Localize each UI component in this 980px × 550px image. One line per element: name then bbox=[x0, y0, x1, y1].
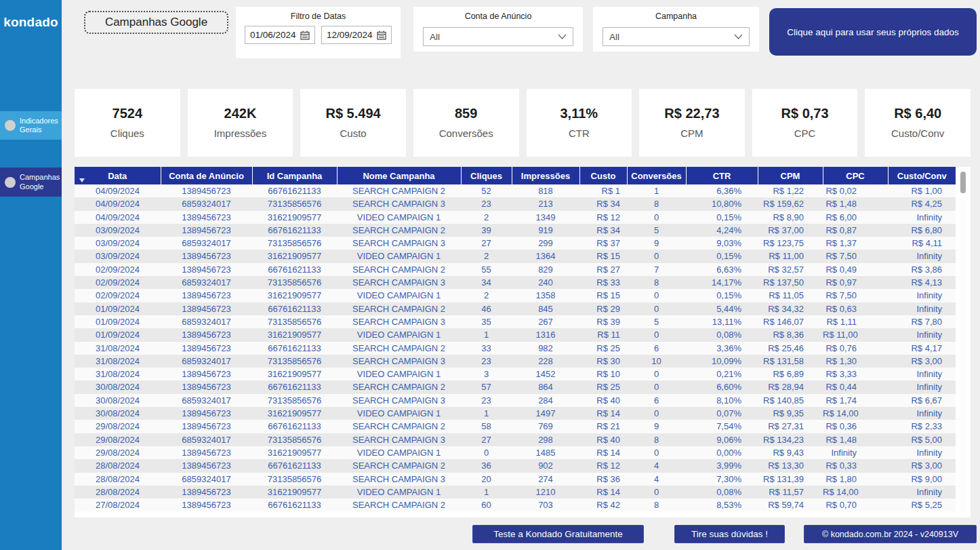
column-header-cpc[interactable]: CPC bbox=[823, 167, 888, 184]
table-cell: 28/08/2024 bbox=[75, 486, 161, 498]
column-header-impress-es[interactable]: Impressões bbox=[512, 167, 579, 184]
table-cell: 73135856576 bbox=[252, 315, 337, 328]
sidebar-item-label: Indicadores Gerais bbox=[20, 117, 62, 134]
table-cell: 0,15% bbox=[686, 289, 758, 302]
test-kondado-button[interactable]: Teste a Kondado Gratuitamente bbox=[472, 525, 644, 543]
table-row: 03/09/2024138945672331621909577VIDEO CAM… bbox=[75, 250, 956, 262]
sidebar-item-campanhas-google[interactable]: Campanhas Google bbox=[0, 168, 62, 197]
table-cell: 5,44% bbox=[686, 302, 758, 315]
campaign-filter-select[interactable]: All bbox=[603, 27, 750, 46]
sidebar-item-label: Campanhas Google bbox=[20, 173, 62, 191]
table-cell: R$ 42 bbox=[579, 498, 627, 511]
table-cell: 13,11% bbox=[686, 315, 758, 328]
table-cell: R$ 0,97 bbox=[823, 276, 888, 289]
table-cell: VIDEO CAMPAIGN 1 bbox=[337, 446, 461, 459]
table-row: 29/08/2024138945672366761621133SEARCH CA… bbox=[75, 420, 956, 433]
table-cell: R$ 7,50 bbox=[823, 289, 888, 302]
table-cell: 0 bbox=[627, 328, 686, 341]
table-cell: SEARCH CAMPAIGN 3 bbox=[337, 394, 461, 407]
table-cell: 1 bbox=[627, 184, 686, 197]
questions-button[interactable]: Tire suas dúvidas ! bbox=[674, 525, 785, 543]
table-cell: 9,06% bbox=[686, 433, 758, 446]
table-cell: 04/09/2024 bbox=[75, 184, 161, 197]
table-scrollbar-thumb[interactable] bbox=[960, 172, 966, 193]
table-cell: 1389456723 bbox=[161, 224, 252, 237]
table-cell: 7,54% bbox=[686, 420, 758, 433]
table-cell: 0 bbox=[627, 289, 686, 302]
table-cell: 31/08/2024 bbox=[75, 342, 161, 355]
table-row: 28/08/2024685932401773135856576SEARCH CA… bbox=[75, 473, 956, 486]
start-date-input[interactable]: 01/06/2024 bbox=[245, 26, 315, 44]
table-cell: 7 bbox=[627, 263, 686, 276]
kpi-label: CPM bbox=[639, 127, 745, 139]
table-cell: 1497 bbox=[512, 407, 579, 420]
column-header-custo-conv[interactable]: Custo/Conv bbox=[888, 167, 956, 184]
campaigns-table-panel: DataConta de AnúncioId CampanhaNome Camp… bbox=[75, 167, 971, 517]
table-cell: 73135856576 bbox=[252, 355, 337, 368]
campaign-filter-card: Campanha All bbox=[593, 7, 759, 52]
table-cell: R$ 3,33 bbox=[823, 368, 888, 380]
cta-own-data-button[interactable]: Clique aqui para usar seus próprios dado… bbox=[769, 8, 977, 56]
column-header-convers-es[interactable]: Conversões bbox=[627, 167, 686, 184]
table-cell: VIDEO CAMPAIGN 1 bbox=[337, 289, 461, 302]
column-header-conta-de-an-ncio[interactable]: Conta de Anúncio bbox=[161, 167, 252, 184]
table-cell: 8 bbox=[627, 498, 686, 511]
sidebar-item-indicadores-gerais[interactable]: Indicadores Gerais bbox=[0, 111, 62, 140]
table-cell: R$ 34,32 bbox=[758, 302, 823, 315]
table-cell: 58 bbox=[461, 420, 512, 433]
table-cell: SEARCH CAMPAIGN 2 bbox=[337, 498, 461, 511]
table-cell: 902 bbox=[512, 459, 579, 472]
table-cell: 31621909577 bbox=[252, 446, 337, 459]
kpi-row: 7524Cliques242KImpressõesR$ 5.494Custo85… bbox=[75, 89, 971, 157]
table-cell: 1210 bbox=[512, 486, 579, 498]
table-cell: 703 bbox=[512, 498, 579, 511]
table-cell: 4,24% bbox=[686, 224, 758, 237]
table-cell: R$ 0,63 bbox=[823, 302, 888, 315]
column-header-cpm[interactable]: CPM bbox=[758, 167, 823, 184]
table-cell: 1389456723 bbox=[161, 263, 252, 276]
table-cell: 0,15% bbox=[686, 250, 758, 262]
kpi-card-cpc: R$ 0,73CPC bbox=[752, 89, 858, 157]
table-cell: VIDEO CAMPAIGN 1 bbox=[337, 250, 461, 262]
table-cell: 60 bbox=[461, 498, 512, 511]
table-cell: R$ 131,39 bbox=[758, 473, 823, 486]
table-cell: R$ 1,48 bbox=[823, 197, 888, 210]
table-cell: 66761621133 bbox=[252, 380, 337, 393]
end-date-input[interactable]: 12/09/2024 bbox=[321, 26, 392, 44]
table-cell: 31621909577 bbox=[252, 368, 337, 380]
column-header-data[interactable]: Data bbox=[75, 167, 161, 184]
account-filter-select[interactable]: All bbox=[423, 27, 573, 46]
column-header-ctr[interactable]: CTR bbox=[686, 167, 758, 184]
copyright-link[interactable]: © kondado.com.br 2024 - v240913V bbox=[804, 525, 977, 543]
table-cell: 274 bbox=[512, 473, 579, 486]
table-cell: Infinity bbox=[888, 486, 956, 498]
table-cell: R$ 11,05 bbox=[758, 289, 823, 302]
table-cell: 29/08/2024 bbox=[75, 433, 161, 446]
table-row: 28/08/2024138945672331621909577VIDEO CAM… bbox=[75, 486, 956, 498]
column-header-nome-campanha[interactable]: Nome Campanha bbox=[337, 167, 461, 184]
column-header-label: Data bbox=[108, 171, 127, 181]
table-cell: 0,21% bbox=[686, 368, 758, 380]
table-cell: 5 bbox=[627, 315, 686, 328]
table-cell: 1452 bbox=[512, 368, 579, 380]
table-cell: 284 bbox=[512, 394, 579, 407]
table-cell: 0,00% bbox=[686, 446, 758, 459]
table-row: 01/09/2024138945672331621909577VIDEO CAM… bbox=[75, 328, 956, 341]
table-cell: 33 bbox=[461, 342, 512, 355]
table-cell: 39 bbox=[461, 224, 512, 237]
column-header-custo[interactable]: Custo bbox=[579, 167, 627, 184]
table-cell: 10,80% bbox=[686, 197, 758, 210]
column-header-cliques[interactable]: Cliques bbox=[461, 167, 512, 184]
table-cell: 6,63% bbox=[686, 263, 758, 276]
table-cell: R$ 40 bbox=[579, 394, 627, 407]
table-cell: 0 bbox=[627, 211, 686, 224]
table-cell: 1389456723 bbox=[161, 407, 252, 420]
column-header-label: Id Campanha bbox=[267, 171, 323, 181]
table-row: 02/09/2024138945672331621909577VIDEO CAM… bbox=[75, 289, 956, 302]
kpi-label: Conversões bbox=[413, 127, 519, 139]
column-header-id-campanha[interactable]: Id Campanha bbox=[252, 167, 337, 184]
table-cell: R$ 4,13 bbox=[888, 276, 956, 289]
table-cell: 23 bbox=[461, 355, 512, 368]
table-scrollbar-track[interactable] bbox=[960, 168, 966, 515]
table-cell: 66761621133 bbox=[252, 224, 337, 237]
